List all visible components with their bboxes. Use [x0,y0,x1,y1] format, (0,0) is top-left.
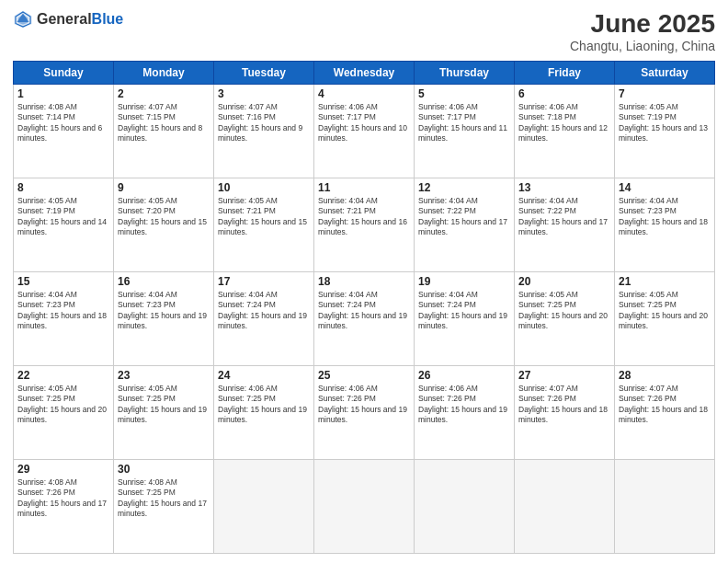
logo-blue: Blue [92,11,124,27]
table-row: 20Sunrise: 4:05 AM Sunset: 7:25 PM Dayli… [515,272,615,366]
day-number: 28 [619,369,711,382]
day-number: 17 [218,275,310,288]
table-row [214,460,314,554]
cell-details: Sunrise: 4:04 AM Sunset: 7:22 PM Dayligh… [418,196,510,238]
table-row: 7Sunrise: 4:05 AM Sunset: 7:19 PM Daylig… [615,85,715,178]
logo-icon [13,9,33,29]
table-row: 10Sunrise: 4:05 AM Sunset: 7:21 PM Dayli… [214,178,314,272]
table-row [615,460,715,554]
table-row: 4Sunrise: 4:06 AM Sunset: 7:17 PM Daylig… [314,85,415,178]
day-number: 10 [218,181,310,194]
cell-details: Sunrise: 4:07 AM Sunset: 7:16 PM Dayligh… [218,102,310,144]
cell-details: Sunrise: 4:08 AM Sunset: 7:25 PM Dayligh… [118,477,210,520]
logo-general: General [37,11,92,27]
day-number: 25 [318,369,410,382]
day-number: 7 [619,87,711,100]
page: GeneralBlue June 2025 Changtu, Liaoning,… [0,0,728,563]
day-number: 16 [118,275,210,288]
cell-details: Sunrise: 4:05 AM Sunset: 7:19 PM Dayligh… [17,196,109,238]
cell-details: Sunrise: 4:07 AM Sunset: 7:26 PM Dayligh… [518,384,610,426]
cell-details: Sunrise: 4:06 AM Sunset: 7:26 PM Dayligh… [418,384,510,426]
table-row: 8Sunrise: 4:05 AM Sunset: 7:19 PM Daylig… [14,178,114,272]
cell-details: Sunrise: 4:04 AM Sunset: 7:24 PM Dayligh… [218,290,310,332]
logo: GeneralBlue [13,9,123,29]
day-number: 5 [418,87,510,100]
cell-details: Sunrise: 4:04 AM Sunset: 7:23 PM Dayligh… [17,290,109,332]
day-number: 9 [118,181,210,194]
day-number: 22 [17,369,109,382]
day-number: 23 [118,369,210,382]
cell-details: Sunrise: 4:05 AM Sunset: 7:19 PM Dayligh… [619,102,711,144]
cell-details: Sunrise: 4:06 AM Sunset: 7:25 PM Dayligh… [218,384,310,426]
calendar-week-row: 15Sunrise: 4:04 AM Sunset: 7:23 PM Dayli… [14,272,715,366]
day-number: 20 [518,275,610,288]
main-title: June 2025 [570,9,715,39]
header: GeneralBlue June 2025 Changtu, Liaoning,… [13,9,715,53]
day-number: 13 [518,181,610,194]
cell-details: Sunrise: 4:05 AM Sunset: 7:25 PM Dayligh… [619,290,711,332]
calendar-table: Sunday Monday Tuesday Wednesday Thursday… [13,61,715,554]
cell-details: Sunrise: 4:05 AM Sunset: 7:20 PM Dayligh… [118,196,210,238]
table-row: 5Sunrise: 4:06 AM Sunset: 7:17 PM Daylig… [415,85,515,178]
cell-details: Sunrise: 4:07 AM Sunset: 7:26 PM Dayligh… [619,384,711,426]
table-row: 26Sunrise: 4:06 AM Sunset: 7:26 PM Dayli… [415,366,515,460]
day-number: 6 [518,87,610,100]
cell-details: Sunrise: 4:05 AM Sunset: 7:21 PM Dayligh… [218,196,310,238]
header-friday: Friday [515,62,615,85]
table-row: 19Sunrise: 4:04 AM Sunset: 7:24 PM Dayli… [415,272,515,366]
header-monday: Monday [114,62,214,85]
day-number: 11 [318,181,410,194]
day-number: 19 [418,275,510,288]
day-number: 27 [518,369,610,382]
day-number: 4 [318,87,410,100]
header-sunday: Sunday [14,62,114,85]
cell-details: Sunrise: 4:04 AM Sunset: 7:24 PM Dayligh… [318,290,410,332]
day-number: 24 [218,369,310,382]
day-number: 30 [118,463,210,476]
cell-details: Sunrise: 4:05 AM Sunset: 7:25 PM Dayligh… [17,384,109,426]
table-row: 17Sunrise: 4:04 AM Sunset: 7:24 PM Dayli… [214,272,314,366]
table-row: 25Sunrise: 4:06 AM Sunset: 7:26 PM Dayli… [314,366,415,460]
table-row: 3Sunrise: 4:07 AM Sunset: 7:16 PM Daylig… [214,85,314,178]
table-row: 29Sunrise: 4:08 AM Sunset: 7:26 PM Dayli… [14,460,114,554]
day-number: 2 [118,87,210,100]
day-number: 14 [619,181,711,194]
day-number: 15 [17,275,109,288]
location-subtitle: Changtu, Liaoning, China [570,39,715,53]
title-block: June 2025 Changtu, Liaoning, China [570,9,715,53]
day-number: 29 [17,463,109,476]
table-row: 21Sunrise: 4:05 AM Sunset: 7:25 PM Dayli… [615,272,715,366]
cell-details: Sunrise: 4:04 AM Sunset: 7:21 PM Dayligh… [318,196,410,238]
day-number: 1 [17,87,109,100]
table-row: 30Sunrise: 4:08 AM Sunset: 7:25 PM Dayli… [114,460,214,554]
calendar-week-row: 22Sunrise: 4:05 AM Sunset: 7:25 PM Dayli… [14,366,715,460]
cell-details: Sunrise: 4:08 AM Sunset: 7:14 PM Dayligh… [17,102,109,144]
table-row: 6Sunrise: 4:06 AM Sunset: 7:18 PM Daylig… [515,85,615,178]
day-number: 26 [418,369,510,382]
cell-details: Sunrise: 4:08 AM Sunset: 7:26 PM Dayligh… [17,477,109,520]
table-row [314,460,415,554]
cell-details: Sunrise: 4:06 AM Sunset: 7:17 PM Dayligh… [318,102,410,144]
table-row: 15Sunrise: 4:04 AM Sunset: 7:23 PM Dayli… [14,272,114,366]
table-row: 27Sunrise: 4:07 AM Sunset: 7:26 PM Dayli… [515,366,615,460]
table-row [415,460,515,554]
cell-details: Sunrise: 4:05 AM Sunset: 7:25 PM Dayligh… [518,290,610,332]
table-row: 2Sunrise: 4:07 AM Sunset: 7:15 PM Daylig… [114,85,214,178]
table-row [515,460,615,554]
table-row: 18Sunrise: 4:04 AM Sunset: 7:24 PM Dayli… [314,272,415,366]
cell-details: Sunrise: 4:07 AM Sunset: 7:15 PM Dayligh… [118,102,210,144]
cell-details: Sunrise: 4:04 AM Sunset: 7:23 PM Dayligh… [619,196,711,238]
table-row: 1Sunrise: 4:08 AM Sunset: 7:14 PM Daylig… [14,85,114,178]
table-row: 11Sunrise: 4:04 AM Sunset: 7:21 PM Dayli… [314,178,415,272]
day-number: 3 [218,87,310,100]
cell-details: Sunrise: 4:05 AM Sunset: 7:25 PM Dayligh… [118,384,210,426]
day-number: 12 [418,181,510,194]
day-number: 18 [318,275,410,288]
cell-details: Sunrise: 4:06 AM Sunset: 7:18 PM Dayligh… [518,102,610,144]
table-row: 16Sunrise: 4:04 AM Sunset: 7:23 PM Dayli… [114,272,214,366]
cell-details: Sunrise: 4:06 AM Sunset: 7:17 PM Dayligh… [418,102,510,144]
table-row: 9Sunrise: 4:05 AM Sunset: 7:20 PM Daylig… [114,178,214,272]
header-wednesday: Wednesday [314,62,415,85]
table-row: 23Sunrise: 4:05 AM Sunset: 7:25 PM Dayli… [114,366,214,460]
table-row: 22Sunrise: 4:05 AM Sunset: 7:25 PM Dayli… [14,366,114,460]
